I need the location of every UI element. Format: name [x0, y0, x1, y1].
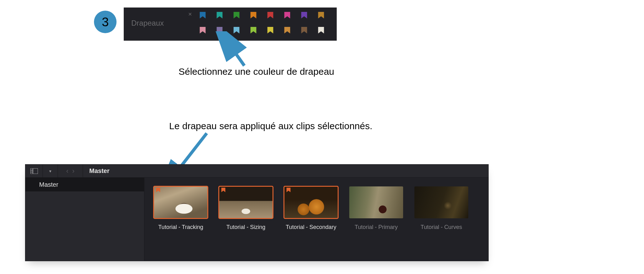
history-nav: ‹ ›	[58, 165, 83, 177]
flag-icon	[286, 188, 291, 194]
flag-color-icon[interactable]	[199, 27, 206, 36]
flag-color-icon[interactable]	[267, 12, 274, 21]
flag-color-icon[interactable]	[317, 12, 325, 21]
clip-label: Tutorial - Primary	[355, 224, 397, 231]
clip-label: Tutorial - Secondary	[286, 224, 336, 231]
flag-color-icon[interactable]	[267, 27, 274, 36]
svg-line-1	[224, 37, 244, 66]
clip-label: Tutorial - Sizing	[226, 224, 265, 231]
media-pool-panel: ▾ ‹ › Master Master Tutorial - TrackingT…	[25, 164, 489, 261]
clip[interactable]: Tutorial - Curves	[414, 186, 468, 261]
flag-color-icon[interactable]	[233, 27, 240, 36]
flag-color-icon[interactable]	[216, 12, 223, 21]
flag-color-icon[interactable]	[300, 27, 308, 36]
flag-color-icon[interactable]	[233, 12, 240, 21]
breadcrumb[interactable]: Master	[83, 167, 109, 175]
sidebar-item-master[interactable]: Master	[25, 178, 144, 191]
clip-thumbnail[interactable]	[349, 186, 403, 218]
chevron-down-icon: ▾	[49, 169, 51, 174]
clip[interactable]: Tutorial - Primary	[349, 186, 403, 261]
flag-color-icon[interactable]	[216, 27, 223, 36]
flag-color-icon[interactable]	[199, 12, 206, 21]
flag-color-icon[interactable]	[300, 12, 308, 21]
flags-panel: Drapeaux ×	[124, 8, 337, 41]
clip[interactable]: Tutorial - Sizing	[219, 186, 273, 261]
flag-icon	[156, 188, 161, 194]
flag-color-icon[interactable]	[283, 27, 291, 36]
sidebar-item-label: Master	[39, 181, 58, 188]
clip-thumbnail[interactable]	[414, 186, 468, 218]
clip-label: Tutorial - Curves	[421, 224, 462, 231]
nav-back-icon[interactable]: ‹	[66, 167, 68, 175]
flag-color-icon[interactable]	[250, 12, 257, 21]
flag-icon	[221, 188, 226, 194]
close-icon[interactable]: ×	[188, 11, 192, 18]
clip-grid: Tutorial - TrackingTutorial - SizingTuto…	[144, 178, 488, 261]
clip[interactable]: Tutorial - Tracking	[154, 186, 208, 261]
view-mode-icon[interactable]	[25, 165, 43, 177]
clip-thumbnail[interactable]	[284, 186, 338, 218]
clip-thumbnail[interactable]	[154, 186, 208, 218]
flag-row-2	[199, 27, 325, 36]
flag-color-icon[interactable]	[317, 27, 325, 36]
media-pool-header: ▾ ‹ › Master	[25, 165, 488, 178]
flag-color-icon[interactable]	[250, 27, 257, 36]
view-mode-dropdown[interactable]: ▾	[43, 165, 58, 177]
clip-label: Tutorial - Tracking	[158, 224, 203, 231]
svg-rect-4	[30, 168, 38, 174]
nav-forward-icon[interactable]: ›	[72, 167, 75, 175]
clip[interactable]: Tutorial - Secondary	[284, 186, 338, 261]
media-pool-body: Master Tutorial - TrackingTutorial - Siz…	[25, 178, 488, 261]
annotation-applied: Le drapeau sera appliqué aux clips sélec…	[169, 121, 372, 131]
step-badge-3: 3	[94, 11, 117, 33]
step-number: 3	[102, 15, 109, 29]
flag-row-1	[199, 12, 325, 21]
annotation-select-color: Sélectionnez une couleur de drapeau	[179, 66, 334, 77]
clip-thumbnail[interactable]	[219, 186, 273, 218]
flags-panel-title: Drapeaux	[131, 19, 164, 28]
bin-sidebar: Master	[25, 178, 144, 261]
flag-color-icon[interactable]	[283, 12, 291, 21]
